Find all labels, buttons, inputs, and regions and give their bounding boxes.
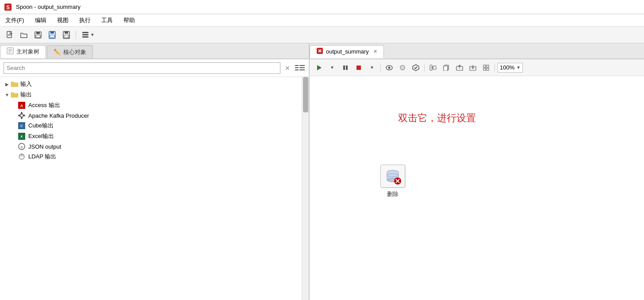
- svg-rect-27: [299, 69, 305, 70]
- excel-icon: X: [18, 133, 26, 140]
- canvas-area: 双击它，进行设置: [310, 76, 644, 300]
- export-button[interactable]: [454, 62, 465, 73]
- tab-main-tree[interactable]: 主对象树: [0, 45, 46, 58]
- svg-point-58: [403, 67, 404, 68]
- output-folder-icon: [11, 91, 19, 98]
- component-block[interactable]: 删除: [380, 165, 405, 198]
- tree-child-access[interactable]: A Access 输出: [0, 100, 302, 111]
- tab-core-objects-label: 核心对象: [63, 48, 86, 56]
- tree-child-json[interactable]: {} JSON output: [0, 142, 302, 151]
- menu-help[interactable]: 帮助: [122, 15, 137, 25]
- save-button[interactable]: [46, 29, 58, 41]
- zoom-select[interactable]: 100% ▼: [498, 63, 523, 73]
- tree-scrollbar[interactable]: [302, 77, 309, 300]
- svg-line-66: [433, 68, 433, 69]
- zoom-value: 100%: [500, 64, 514, 71]
- kafka-label: Apache Kafka Producer: [28, 112, 89, 119]
- tab-core-objects[interactable]: ✏️ 核心对象: [47, 45, 93, 58]
- excel-label: Excel输出: [28, 132, 54, 140]
- search-input[interactable]: [4, 62, 280, 74]
- svg-rect-16: [82, 34, 88, 35]
- verify-button[interactable]: [410, 62, 422, 73]
- app-icon: S: [4, 3, 12, 12]
- input-label: 输入: [20, 80, 32, 88]
- svg-marker-50: [317, 65, 322, 70]
- rt-sep-2: [424, 64, 425, 72]
- core-objects-tab-icon: ✏️: [54, 49, 61, 55]
- layers-button[interactable]: ▼: [79, 30, 97, 40]
- right-panel: output_summary ✕ ▼: [310, 43, 644, 300]
- access-label: Access 输出: [28, 101, 60, 109]
- svg-point-34: [23, 115, 25, 116]
- svg-text:X: X: [20, 135, 23, 138]
- stop-dropdown[interactable]: [353, 62, 364, 73]
- search-clear-button[interactable]: ✕: [283, 64, 292, 73]
- svg-rect-12: [65, 31, 68, 34]
- scrollbar-thumb[interactable]: [303, 77, 308, 112]
- save-all-button[interactable]: [32, 29, 44, 41]
- access-icon: A: [18, 102, 26, 109]
- kafka-icon: [18, 112, 26, 119]
- debug-button[interactable]: [397, 62, 408, 73]
- toolbar-sep-1: [76, 31, 76, 39]
- menu-bar: 文件(F) 编辑 视图 执行 工具 帮助: [0, 14, 644, 27]
- component-label: 删除: [387, 190, 399, 198]
- svg-text:C: C: [20, 124, 23, 128]
- right-tab-icon: [316, 47, 323, 56]
- input-arrow: ▶: [4, 82, 11, 87]
- copy-button[interactable]: [441, 62, 452, 73]
- svg-rect-52: [346, 65, 348, 70]
- ldap-label: LDAP 输出: [28, 153, 56, 161]
- new-button[interactable]: [4, 29, 16, 41]
- menu-file[interactable]: 文件(F): [4, 15, 26, 25]
- svg-point-55: [388, 66, 391, 69]
- svg-point-82: [387, 174, 399, 177]
- svg-rect-23: [295, 67, 299, 68]
- svg-rect-24: [295, 69, 299, 70]
- search-bar: ✕: [0, 59, 309, 77]
- align-button[interactable]: [427, 62, 439, 73]
- svg-text:+: +: [68, 36, 70, 39]
- ldap-icon: [18, 153, 26, 160]
- open-button[interactable]: [18, 29, 30, 41]
- menu-tools[interactable]: 工具: [100, 15, 115, 25]
- svg-point-57: [401, 67, 402, 68]
- stop-dropdown-arrow[interactable]: ▼: [366, 62, 378, 73]
- tree-child-cube[interactable]: C Cube输出: [0, 120, 302, 131]
- svg-rect-22: [295, 65, 299, 66]
- json-icon: {}: [18, 143, 26, 150]
- pause-button[interactable]: [340, 62, 351, 73]
- right-tab-output-summary[interactable]: output_summary ✕: [310, 45, 384, 58]
- grid-button[interactable]: [480, 62, 492, 73]
- menu-run[interactable]: 执行: [77, 15, 92, 25]
- right-tabs: output_summary ✕: [310, 43, 644, 59]
- right-tab-close-button[interactable]: ✕: [373, 49, 377, 54]
- tree-item-input[interactable]: ▶ 输入: [0, 79, 302, 89]
- svg-point-31: [21, 112, 23, 114]
- main-tree-tab-icon: [7, 47, 14, 56]
- svg-rect-51: [343, 65, 345, 70]
- menu-edit[interactable]: 编辑: [33, 15, 48, 25]
- rt-sep-1: [380, 64, 381, 72]
- input-folder-icon: [11, 81, 19, 88]
- run-dropdown[interactable]: ▼: [326, 62, 338, 73]
- svg-rect-9: [50, 31, 54, 34]
- svg-rect-6: [36, 32, 40, 34]
- canvas-hint-text: 双击它，进行设置: [398, 112, 476, 125]
- tree-child-kafka[interactable]: Apache Kafka Producer: [0, 111, 302, 120]
- preview-button[interactable]: [383, 62, 395, 73]
- rt-sep-3: [494, 64, 495, 72]
- save-as-button[interactable]: +: [60, 29, 73, 41]
- svg-rect-63: [433, 66, 436, 69]
- tab-main-tree-label: 主对象树: [16, 48, 39, 56]
- main-toolbar: + ▼: [0, 27, 644, 43]
- run-button[interactable]: [313, 62, 325, 73]
- menu-view[interactable]: 视图: [55, 15, 70, 25]
- tree-child-ldap[interactable]: LDAP 输出: [0, 151, 302, 162]
- tree-child-excel[interactable]: X Excel输出: [0, 131, 302, 142]
- title-bar: S Spoon - output_summary: [0, 0, 644, 14]
- import-button[interactable]: [467, 62, 479, 73]
- svg-line-65: [433, 67, 433, 68]
- tree-item-output[interactable]: ▼ 输出: [0, 89, 302, 100]
- search-options-button[interactable]: [295, 64, 305, 73]
